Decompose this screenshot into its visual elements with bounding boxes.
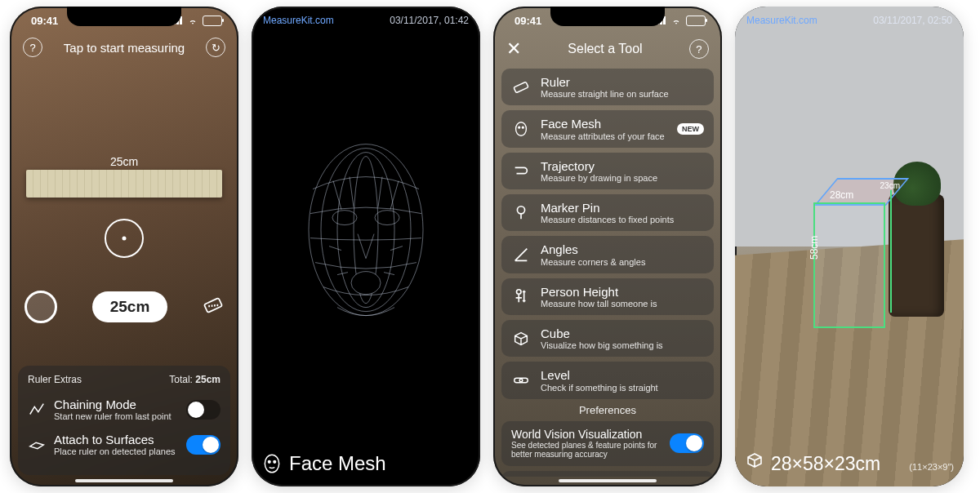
pref-world-vision[interactable]: World Vision VisualizationSee detected p… <box>501 421 714 466</box>
svg-point-8 <box>265 455 278 473</box>
help-button[interactable]: ? <box>689 39 709 59</box>
svg-point-14 <box>522 127 523 128</box>
crosshair-target <box>105 219 144 258</box>
cube-icon <box>745 451 764 470</box>
measurement-pill[interactable]: 25cm <box>92 291 168 322</box>
screenshot-cube: MeasureKit.com 03/11/2017, 02:50 28cm 23… <box>735 7 964 486</box>
tool-face-mesh[interactable]: Face MeshMeasure attributes of your face… <box>501 110 714 147</box>
device-notch <box>67 7 181 26</box>
svg-point-9 <box>268 461 270 464</box>
tool-level[interactable]: LevelCheck if something is straight <box>501 362 714 398</box>
tool-list[interactable]: RulerMeasure straight line on surface Fa… <box>501 69 714 477</box>
person-icon <box>511 286 531 306</box>
svg-point-10 <box>274 461 276 464</box>
battery-icon <box>686 16 706 26</box>
face-icon <box>511 119 531 139</box>
svg-point-6 <box>375 211 399 225</box>
svg-point-16 <box>517 290 522 295</box>
capture-button[interactable] <box>24 291 57 323</box>
svg-point-7 <box>351 272 381 295</box>
cube-height-label: 58cm <box>808 236 820 260</box>
cube-depth-label: 23cm <box>880 181 900 190</box>
surface-icon <box>28 436 46 454</box>
svg-rect-11 <box>514 82 528 93</box>
device-notch <box>550 7 665 26</box>
tool-marker-pin[interactable]: Marker PinMeasure distances to fixed poi… <box>501 194 714 231</box>
measurement-label: 25cm <box>110 155 138 168</box>
svg-rect-0 <box>204 298 222 313</box>
svg-point-13 <box>519 127 520 128</box>
svg-point-12 <box>516 122 527 136</box>
toggle-attach[interactable] <box>186 435 220 455</box>
battery-icon <box>203 16 222 26</box>
total-readout: Total: 25cm <box>169 374 220 385</box>
wifi-icon <box>670 16 682 24</box>
ruler-tool-button[interactable] <box>203 295 224 319</box>
svg-point-5 <box>332 211 357 225</box>
level-icon <box>511 371 531 390</box>
status-time: 09:41 <box>514 15 541 27</box>
help-button[interactable]: ? <box>23 38 42 57</box>
svg-point-15 <box>517 206 524 213</box>
tool-person-height[interactable]: Person HeightMeasure how tall someone is <box>501 278 714 315</box>
pin-icon <box>511 203 531 223</box>
watermark-timestamp: 03/11/2017, 01:42 <box>390 15 469 26</box>
physical-ruler <box>26 170 222 198</box>
chain-icon <box>28 401 46 419</box>
mode-label: Face Mesh <box>289 452 386 475</box>
watermark-brand: MeasureKit.com <box>746 15 817 26</box>
new-badge: NEW <box>677 123 704 135</box>
face-icon <box>261 453 283 474</box>
extras-title: Ruler Extras <box>28 374 82 385</box>
watermark-brand: MeasureKit.com <box>263 15 334 26</box>
screenshot-tool-select: 09:41 ✕ Select a Tool ? RulerMeasure str… <box>493 7 722 486</box>
tool-ruler[interactable]: RulerMeasure straight line on surface <box>501 69 714 105</box>
preferences-header: Preferences <box>501 404 714 416</box>
modal-title: Select a Tool <box>568 42 642 56</box>
wifi-icon <box>187 16 198 24</box>
ruler-icon <box>511 78 531 97</box>
home-indicator[interactable] <box>559 479 657 482</box>
screenshot-face-mesh: MeasureKit.com 03/11/2017, 01:42 Face Me… <box>252 7 480 486</box>
home-indicator[interactable] <box>75 479 173 482</box>
close-button[interactable]: ✕ <box>506 40 521 58</box>
pref-attach-surfaces[interactable]: Attach to Surfaces Place ruler on detect… <box>28 427 220 462</box>
svg-point-18 <box>519 379 523 382</box>
refresh-button[interactable]: ↻ <box>206 38 225 57</box>
cube-icon <box>511 329 531 349</box>
ruler-extras-panel: Ruler Extras Total: 25cm Chaining Mode S… <box>18 366 230 475</box>
cube-width-label: 28cm <box>830 189 853 201</box>
hint-text: Tap to start measuring <box>64 41 185 55</box>
angle-icon <box>511 245 531 264</box>
tool-trajectory[interactable]: TrajectoryMeasure by drawing in space <box>501 153 714 189</box>
toggle-chaining[interactable] <box>186 400 220 420</box>
pref-chaining-mode[interactable]: Chaining Mode Start new ruler from last … <box>28 392 220 427</box>
cube-dimensions-alt: (11×23×9″) <box>909 462 954 472</box>
screenshot-ruler: 09:41 ? Tap to start measuring ↻ 25cm 25… <box>10 7 238 486</box>
pref-flashlight[interactable]: Enable FlashlightBetter lighting improve… <box>501 471 714 477</box>
cube-dimensions: 28×58×23cm <box>771 453 880 475</box>
status-time: 09:41 <box>31 15 58 27</box>
ar-cube[interactable]: 28cm 23cm 58cm <box>813 178 898 325</box>
tool-cube[interactable]: CubeVisualize how big something is <box>501 320 714 357</box>
watermark-timestamp: 03/11/2017, 02:50 <box>873 15 952 26</box>
trajectory-icon <box>511 161 531 180</box>
face-mesh-visual <box>292 132 439 344</box>
toggle-world-vision[interactable] <box>670 433 704 453</box>
tool-angles[interactable]: AnglesMeasure corners & angles <box>501 236 714 273</box>
